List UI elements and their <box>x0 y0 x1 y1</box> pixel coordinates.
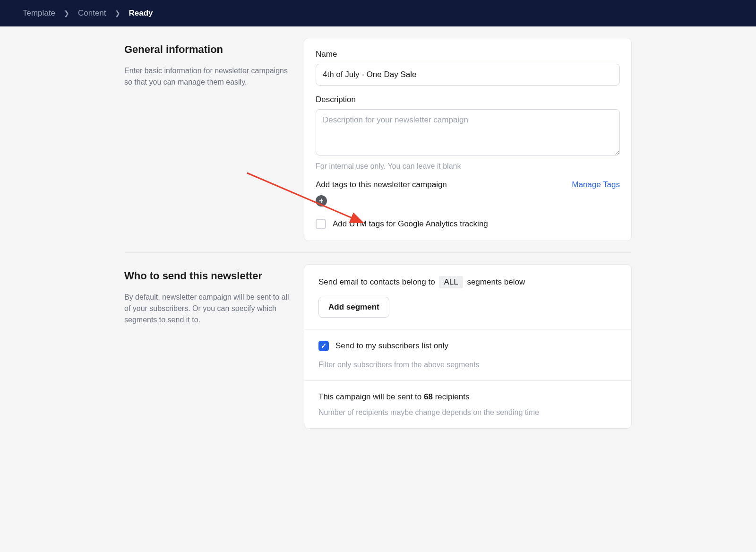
recipients-count: 68 <box>424 392 433 401</box>
general-card: Name Description For internal use only. … <box>304 38 632 241</box>
name-label: Name <box>316 50 620 59</box>
name-input[interactable] <box>316 64 620 86</box>
subscribers-help-text: Filter only subscribers from the above s… <box>318 361 617 369</box>
breadcrumb-item-ready[interactable]: Ready <box>129 9 153 18</box>
manage-tags-link[interactable]: Manage Tags <box>572 180 620 190</box>
recipients-summary: This campaign will be sent to 68 recipie… <box>318 392 617 402</box>
description-label: Description <box>316 95 620 104</box>
add-tag-button[interactable]: + <box>316 195 327 207</box>
section-desc-general: Enter basic information for newsletter c… <box>124 65 290 88</box>
tags-label: Add tags to this newsletter campaign <box>316 180 447 190</box>
utm-checkbox-label: Add UTM tags for Google Analytics tracki… <box>333 219 488 229</box>
chevron-right-icon: ❯ <box>64 9 69 17</box>
section-title-recipients: Who to send this newsletter <box>124 270 290 282</box>
subscribers-only-checkbox[interactable] <box>318 341 329 351</box>
plus-icon: + <box>319 197 323 205</box>
subscribers-only-label: Send to my subscribers list only <box>335 341 448 351</box>
section-recipients: Who to send this newsletter By default, … <box>124 253 632 440</box>
segment-condition-text: Send email to contacts belong to ALL seg… <box>318 276 617 288</box>
breadcrumb: Template ❯ Content ❯ Ready <box>0 0 756 26</box>
breadcrumb-item-content[interactable]: Content <box>78 9 106 18</box>
description-textarea[interactable] <box>316 109 620 155</box>
segment-all-badge[interactable]: ALL <box>439 276 463 288</box>
section-title-general: General information <box>124 43 290 56</box>
recipients-card: Send email to contacts belong to ALL seg… <box>304 264 632 429</box>
description-help-text: For internal use only. You can leave it … <box>316 162 620 171</box>
breadcrumb-item-template[interactable]: Template <box>23 9 55 18</box>
utm-checkbox[interactable] <box>316 219 326 229</box>
add-segment-button[interactable]: Add segment <box>318 297 389 318</box>
section-desc-recipients: By default, newsletter campaign will be … <box>124 292 290 326</box>
chevron-right-icon: ❯ <box>115 9 120 17</box>
recipients-summary-help: Number of recipients maybe change depend… <box>318 408 617 417</box>
section-general-information: General information Enter basic informat… <box>124 26 632 253</box>
